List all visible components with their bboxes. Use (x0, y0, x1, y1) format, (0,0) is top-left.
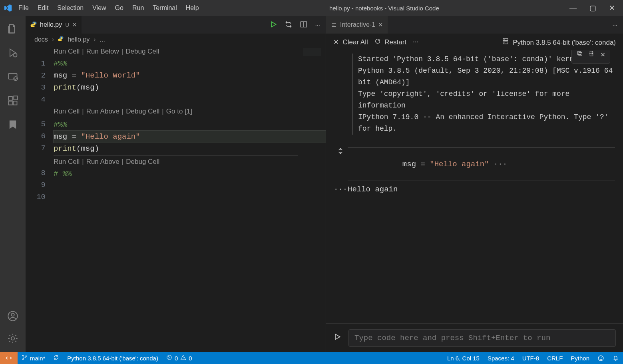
cell-output: ··· Hello again (333, 185, 623, 194)
status-sync[interactable] (49, 354, 63, 362)
menu-edit[interactable]: Edit (38, 4, 49, 12)
more-actions-icon[interactable]: ··· (612, 22, 617, 28)
minimize-button[interactable]: — (569, 4, 577, 12)
status-spaces[interactable]: Spaces: 4 (484, 355, 518, 362)
menu-selection[interactable]: Selection (57, 4, 84, 12)
editor-group-left: hello.py U × ··· (26, 16, 326, 352)
codelens-run-above[interactable]: Run Above (86, 156, 119, 168)
close-button[interactable]: ✕ (609, 4, 615, 12)
window-title: hello.py - notebooks - Visual Studio Cod… (199, 5, 569, 12)
menu-run[interactable]: Run (132, 4, 144, 12)
svg-rect-17 (578, 52, 581, 55)
status-problems[interactable]: 0 0 (162, 354, 196, 362)
execute-input-icon[interactable] (333, 333, 341, 343)
tab-close-icon[interactable]: × (378, 21, 383, 29)
codelens-run-below[interactable]: Run Below (86, 46, 119, 58)
codelens-run-above[interactable]: Run Above (86, 105, 119, 117)
status-bar: main* Python 3.8.5 64-bit ('base': conda… (0, 352, 623, 364)
tab-label: Interactive-1 (340, 21, 375, 28)
tab-row-right: Interactive-1 × ··· (326, 16, 623, 34)
status-cursor[interactable]: Ln 6, Col 15 (443, 355, 484, 362)
account-icon[interactable] (6, 310, 19, 322)
svg-point-23 (598, 356, 603, 361)
line-number-gutter: 1 2 3 4 5 6 7 8 9 10 (26, 46, 54, 352)
explorer-icon[interactable] (6, 22, 19, 35)
menu-view[interactable]: View (92, 4, 106, 12)
status-feedback-icon[interactable] (593, 355, 608, 362)
toolbar-more-icon[interactable]: ··· (413, 38, 418, 46)
breadcrumb-file[interactable]: hello.py (68, 36, 90, 43)
status-bell-icon[interactable] (608, 355, 623, 362)
codelens-goto[interactable]: Go to [1] (166, 105, 192, 117)
breadcrumb-sep-icon: › (52, 36, 54, 43)
delete-icon[interactable]: ✕ (601, 50, 605, 61)
bookmark-icon[interactable] (6, 118, 19, 131)
codelens-debug-cell[interactable]: Debug Cell (126, 105, 159, 117)
copy-icon[interactable] (577, 50, 583, 61)
codelens-run-cell[interactable]: Run Cell (54, 105, 80, 117)
collapse-cell-icon[interactable] (333, 147, 348, 157)
goto-icon[interactable] (589, 50, 595, 61)
restart-button[interactable]: Restart (374, 38, 406, 46)
remote-indicator[interactable] (0, 352, 18, 364)
interactive-input-row (326, 323, 623, 352)
settings-gear-icon[interactable] (6, 332, 19, 345)
remote-explorer-icon[interactable] (6, 70, 19, 83)
tab-close-icon[interactable]: × (72, 21, 77, 29)
menu-bar: File Edit Selection View Go Run Terminal… (18, 4, 199, 12)
breadcrumb[interactable]: docs › hello.py › ... (26, 34, 326, 46)
svg-point-22 (183, 359, 183, 359)
cell-divider (54, 155, 298, 155)
run-file-icon[interactable] (269, 20, 277, 30)
codelens-row: Run Cell | Run Below | Debug Cell (54, 46, 326, 58)
codelens-debug-cell[interactable]: Debug Cell (125, 46, 159, 58)
cell-result-actions: ✕ (571, 50, 610, 64)
run-debug-icon[interactable] (6, 46, 19, 59)
interactive-input[interactable] (348, 329, 616, 347)
svg-point-25 (601, 357, 602, 358)
svg-rect-13 (503, 42, 508, 44)
close-icon: ✕ (333, 38, 339, 46)
status-branch[interactable]: main* (18, 354, 49, 362)
interpreter-selector[interactable]: Python 3.8.5 64-bit ('base': conda) (502, 38, 616, 47)
codelens-row: Run Cell | Run Above | Debug Cell | Go t… (54, 105, 326, 117)
breadcrumb-folder[interactable]: docs (34, 36, 48, 43)
svg-point-9 (11, 337, 14, 340)
svg-point-8 (11, 313, 14, 316)
clear-all-button[interactable]: ✕ Clear All (333, 38, 368, 46)
extensions-icon[interactable] (6, 94, 19, 107)
interactive-tab-icon (331, 22, 337, 28)
codelens-row: Run Cell | Run Above | Debug Cell (54, 156, 326, 168)
cell-divider (54, 118, 298, 118)
codelens-run-cell[interactable]: Run Cell (54, 46, 80, 58)
code-editor[interactable]: 1 2 3 4 5 6 7 8 9 10 Run Cell (26, 46, 326, 352)
tab-interactive[interactable]: Interactive-1 × (326, 16, 388, 34)
svg-rect-3 (9, 97, 12, 100)
tab-row-left: hello.py U × ··· (26, 16, 326, 34)
maximize-button[interactable]: ▢ (589, 4, 596, 12)
menu-terminal[interactable]: Terminal (153, 4, 177, 12)
interactive-toolbar: ✕ Clear All Restart ··· Python 3.8.5 64-… (326, 34, 623, 50)
svg-rect-5 (13, 101, 17, 105)
tab-hello-py[interactable]: hello.py U × (26, 16, 82, 34)
menu-help[interactable]: Help (186, 4, 199, 12)
output-ellipsis-icon[interactable]: ··· (333, 185, 348, 194)
svg-rect-6 (14, 96, 17, 99)
svg-point-19 (22, 358, 24, 360)
status-lang[interactable]: Python (567, 355, 593, 362)
codelens-debug-cell[interactable]: Debug Cell (126, 156, 159, 168)
breadcrumb-trail[interactable]: ... (100, 36, 105, 43)
split-editor-icon[interactable] (300, 20, 308, 30)
status-interpreter[interactable]: Python 3.8.5 64-bit ('base': conda) (63, 355, 162, 362)
more-actions-icon[interactable]: ··· (315, 22, 320, 28)
svg-rect-12 (503, 38, 508, 40)
menu-file[interactable]: File (18, 4, 29, 12)
status-eol[interactable]: CRLF (543, 355, 567, 362)
python-file-icon (58, 36, 64, 43)
status-encoding[interactable]: UTF-8 (518, 355, 543, 362)
codelens-run-cell[interactable]: Run Cell (54, 156, 80, 168)
python-file-icon (30, 21, 37, 29)
menu-go[interactable]: Go (115, 4, 123, 12)
activity-bar (0, 16, 26, 352)
execute-cell-icon[interactable] (285, 20, 293, 30)
